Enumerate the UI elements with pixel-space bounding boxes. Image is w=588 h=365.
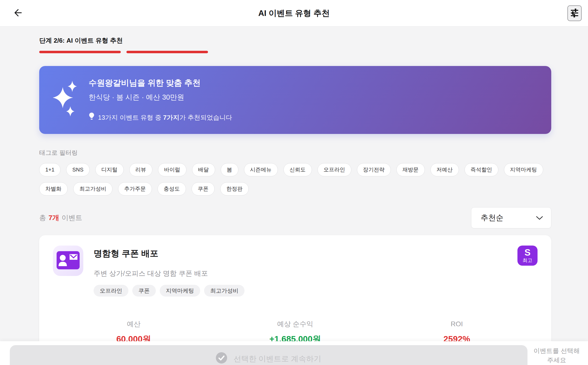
grade-letter: S xyxy=(525,248,531,257)
lightbulb-icon xyxy=(89,112,95,123)
tag-filter-label: 태그로 필터링 xyxy=(39,149,551,157)
filter-tag-pill[interactable]: 한정판 xyxy=(220,182,249,196)
filter-tag-pill[interactable]: 리뷰 xyxy=(129,163,152,176)
event-card-body: 명함형 쿠폰 배포 주변 상가/오피스 대상 명함 쿠폰 배포 오프라인쿠폰지역… xyxy=(94,246,507,297)
progress-bar xyxy=(39,51,551,53)
banner-info-text: 13가지 이벤트 유형 중 7가지가 추천되었습니다 xyxy=(98,113,232,122)
banner-title: 수원왕갈비님을 위한 맞춤 추천 xyxy=(89,78,232,88)
stat-column: 예산 60,000원 xyxy=(53,320,214,344)
filter-tag-pill[interactable]: 재방문 xyxy=(396,163,425,176)
event-tag: 지역마케팅 xyxy=(160,285,200,297)
event-card-head: 명함형 쿠폰 배포 주변 상가/오피스 대상 명함 쿠폰 배포 오프라인쿠폰지역… xyxy=(53,246,538,297)
results-header: 총7개이벤트 추천순 xyxy=(39,207,551,228)
filter-tag-pill[interactable]: 디지털 xyxy=(95,163,124,176)
filter-tag-pill[interactable]: 시즌메뉴 xyxy=(244,163,278,176)
filter-tag-pill[interactable]: 장기전략 xyxy=(357,163,391,176)
event-description: 주변 상가/오피스 대상 명함 쿠폰 배포 xyxy=(94,269,507,278)
filter-tag-pill[interactable]: 신뢰도 xyxy=(283,163,312,176)
event-tag-list: 오프라인쿠폰지역마케팅최고가성비 xyxy=(94,285,507,297)
step-label: 단계 2/6: AI 이벤트 유형 추천 xyxy=(39,36,551,45)
filter-tag-pill[interactable]: 배달 xyxy=(192,163,215,176)
filter-settings-button[interactable] xyxy=(567,5,582,21)
banner-text-block: 수원왕갈비님을 위한 맞춤 추천 한식당 · 봄 시즌 · 예산 30만원 13… xyxy=(89,78,232,123)
ai-recommendation-banner: 수원왕갈비님을 위한 맞춤 추천 한식당 · 봄 시즌 · 예산 30만원 13… xyxy=(39,66,551,134)
continue-button-label: 선택한 이벤트로 계속하기 xyxy=(233,354,321,364)
sparkles-icon xyxy=(53,79,77,123)
event-title: 명함형 쿠폰 배포 xyxy=(94,248,507,258)
check-circle-icon xyxy=(216,352,227,365)
filter-tag-pill[interactable]: 바이럴 xyxy=(158,163,186,176)
stat-label: 예산 xyxy=(53,320,214,328)
grade-badge: S 최고 xyxy=(517,246,538,266)
filter-tag-pill[interactable]: 최고가성비 xyxy=(73,182,112,196)
selection-hint: 이벤트를 선택해주세요 xyxy=(531,346,583,365)
bottom-action-bar: 선택한 이벤트로 계속하기 이벤트를 선택해주세요 xyxy=(0,341,588,365)
filter-tag-pill[interactable]: 오프라인 xyxy=(318,163,351,176)
filter-tag-pill[interactable]: 저예산 xyxy=(430,163,459,176)
filter-tag-pill[interactable]: 봄 xyxy=(221,163,238,176)
event-tag: 오프라인 xyxy=(94,285,128,297)
event-stats: 예산 60,000원 예상 순수익 +1,685,000원 ROI 2592% xyxy=(53,320,538,344)
filter-tag-pill[interactable]: SNS xyxy=(66,163,89,176)
event-tag: 쿠폰 xyxy=(132,285,156,297)
tag-filter-list: 1+1SNS디지털리뷰바이럴배달봄시즌메뉴신뢰도오프라인장기전략재방문저예산즉석… xyxy=(39,163,551,196)
arrow-left-icon xyxy=(12,7,23,19)
back-button[interactable] xyxy=(10,6,25,21)
stat-label: ROI xyxy=(376,320,538,328)
app-header: AI 이벤트 유형 추천 xyxy=(0,0,588,26)
event-tag: 최고가성비 xyxy=(204,285,245,297)
tune-sliders-icon xyxy=(570,8,579,18)
filter-tag-pill[interactable]: 추가주문 xyxy=(118,182,152,196)
banner-subtitle: 한식당 · 봄 시즌 · 예산 30만원 xyxy=(89,92,232,102)
stat-column: ROI 2592% xyxy=(376,320,538,344)
event-count-number: 7개 xyxy=(49,213,59,222)
sort-dropdown[interactable]: 추천순 xyxy=(471,207,551,228)
filter-tag-pill[interactable]: 충성도 xyxy=(158,182,186,196)
sort-selected-label: 추천순 xyxy=(481,213,503,223)
stat-label: 예상 순수익 xyxy=(214,320,376,328)
stat-column: 예상 순수익 +1,685,000원 xyxy=(214,320,376,344)
grade-caption: 최고 xyxy=(523,257,532,263)
filter-tag-pill[interactable]: 차별화 xyxy=(39,182,68,196)
page-title: AI 이벤트 유형 추천 xyxy=(258,8,330,19)
continue-button[interactable]: 선택한 이벤트로 계속하기 xyxy=(10,345,527,365)
event-count: 총7개이벤트 xyxy=(39,213,82,222)
contact-card-icon xyxy=(57,251,80,270)
chevron-down-icon xyxy=(536,213,543,222)
filter-tag-pill[interactable]: 1+1 xyxy=(39,163,61,176)
filter-tag-pill[interactable]: 즉석할인 xyxy=(465,163,498,176)
banner-info: 13가지 이벤트 유형 중 7가지가 추천되었습니다 xyxy=(89,112,232,123)
main-content: 단계 2/6: AI 이벤트 유형 추천 수원왕갈비님을 위한 맞춤 추천 한식… xyxy=(0,36,588,365)
progress-segment xyxy=(39,51,121,53)
filter-tag-pill[interactable]: 지역마케팅 xyxy=(504,163,543,176)
filter-tag-pill[interactable]: 쿠폰 xyxy=(192,182,215,196)
progress-segment xyxy=(126,51,208,53)
event-icon-box xyxy=(53,246,83,276)
